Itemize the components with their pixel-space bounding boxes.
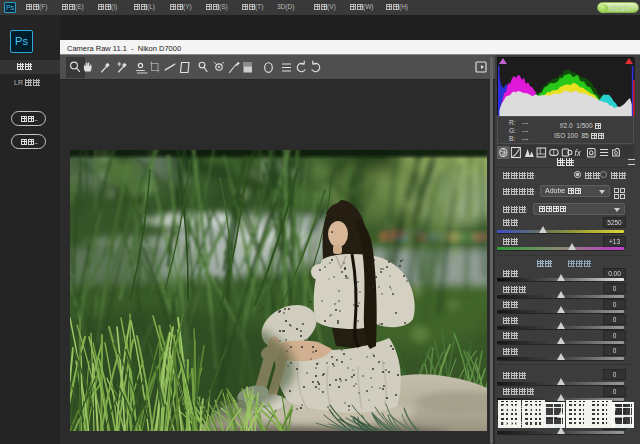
- svg-text:fx: fx: [574, 148, 581, 159]
